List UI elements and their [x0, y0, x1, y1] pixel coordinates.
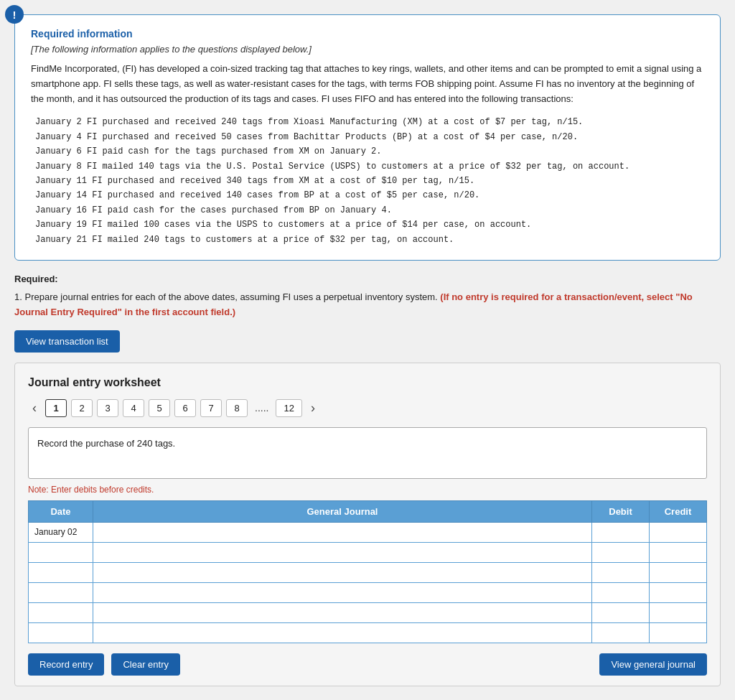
table-row [29, 582, 707, 602]
credit-input[interactable] [650, 623, 706, 643]
journal-entry-cell[interactable] [93, 562, 592, 582]
journal-date-cell [29, 562, 93, 582]
transaction-item: January 2 FI purchased and received 240 … [35, 115, 704, 129]
page-4-button[interactable]: 4 [123, 399, 144, 417]
question-body: Prepare journal entries for each of the … [24, 291, 437, 302]
required-label: Required: [14, 274, 721, 284]
pagination: ‹ 1 2 3 4 5 6 7 8 ..... 12 › [28, 399, 707, 417]
journal-date-cell [29, 542, 93, 562]
info-box: ! Required information [The following in… [14, 14, 721, 261]
debit-cell[interactable] [592, 602, 650, 622]
credit-input[interactable] [650, 563, 706, 582]
required-section: Required: 1. Prepare journal entries for… [14, 274, 721, 320]
debit-cell[interactable] [592, 582, 650, 602]
debit-cell[interactable] [592, 562, 650, 582]
debit-input[interactable] [592, 603, 649, 622]
question-number: 1. [14, 291, 22, 302]
credit-cell[interactable] [650, 602, 707, 622]
debit-input[interactable] [592, 523, 649, 542]
clear-entry-button[interactable]: Clear entry [111, 653, 180, 676]
debit-input[interactable] [592, 583, 649, 602]
page-2-button[interactable]: 2 [71, 399, 93, 417]
credit-cell[interactable] [650, 622, 707, 643]
page-12-button[interactable]: 12 [276, 399, 301, 417]
debit-input[interactable] [592, 563, 649, 582]
credit-input[interactable] [650, 543, 706, 562]
page-1-button[interactable]: 1 [45, 399, 67, 417]
journal-entry-cell[interactable] [93, 622, 592, 643]
record-entry-button[interactable]: Record entry [28, 653, 104, 676]
page-dots: ..... [252, 402, 271, 414]
debit-cell[interactable] [592, 542, 650, 562]
journal-date-cell [29, 602, 93, 622]
credit-cell[interactable] [650, 562, 707, 582]
credit-input[interactable] [650, 523, 706, 542]
table-row [29, 562, 707, 582]
credit-cell[interactable] [650, 582, 707, 602]
next-page-button[interactable]: › [306, 399, 319, 417]
transaction-item: January 6 FI paid cash for the tags purc… [35, 144, 704, 159]
worksheet-container: Journal entry worksheet ‹ 1 2 3 4 5 6 7 … [14, 363, 721, 686]
journal-table: Date General Journal Debit Credit Januar… [28, 500, 707, 643]
credit-input[interactable] [650, 603, 706, 622]
page-3-button[interactable]: 3 [97, 399, 118, 417]
credit-input[interactable] [650, 583, 706, 602]
debit-input[interactable] [592, 623, 649, 643]
col-credit-header: Credit [650, 500, 707, 522]
transaction-item: January 4 FI purchased and received 50 c… [35, 130, 704, 144]
transaction-item: January 14 FI purchased and received 140… [35, 188, 704, 202]
view-general-journal-button[interactable]: View general journal [599, 653, 707, 676]
debit-cell[interactable] [592, 522, 650, 542]
general-journal-input[interactable] [93, 563, 591, 582]
table-row [29, 622, 707, 643]
debit-cell[interactable] [592, 622, 650, 643]
instruction-box: Record the purchase of 240 tags. [28, 427, 707, 479]
prev-page-button[interactable]: ‹ [28, 399, 41, 417]
page-7-button[interactable]: 7 [200, 399, 222, 417]
journal-entry-cell[interactable] [93, 602, 592, 622]
question-text: 1. Prepare journal entries for each of t… [14, 290, 721, 320]
note-text: Note: Enter debits before credits. [28, 485, 707, 495]
transaction-item: January 19 FI mailed 100 cases via the U… [35, 218, 704, 232]
col-date-header: Date [29, 500, 93, 522]
info-icon: ! [5, 5, 24, 24]
credit-cell[interactable] [650, 522, 707, 542]
table-row [29, 602, 707, 622]
col-journal-header: General Journal [93, 500, 592, 522]
col-debit-header: Debit [592, 500, 650, 522]
transaction-item: January 11 FI purchased and received 340… [35, 174, 704, 188]
debit-input[interactable] [592, 543, 649, 562]
page-6-button[interactable]: 6 [174, 399, 196, 417]
info-subtitle: [The following information applies to th… [31, 44, 704, 55]
action-buttons-row: Record entry Clear entry View general jo… [28, 653, 707, 676]
general-journal-input[interactable] [93, 523, 591, 542]
journal-date-cell [29, 582, 93, 602]
worksheet-title: Journal entry worksheet [28, 376, 707, 389]
transaction-item: January 8 FI mailed 140 tags via the U.S… [35, 159, 704, 174]
general-journal-input[interactable] [93, 603, 591, 622]
general-journal-input[interactable] [93, 623, 591, 643]
journal-entry-cell[interactable] [93, 522, 592, 542]
page-5-button[interactable]: 5 [149, 399, 170, 417]
journal-entry-cell[interactable] [93, 542, 592, 562]
transaction-item: January 16 FI paid cash for the cases pu… [35, 203, 704, 218]
view-transaction-list-button[interactable]: View transaction list [14, 330, 120, 353]
journal-date-cell: January 02 [29, 522, 93, 542]
transactions-list: January 2 FI purchased and received 240 … [31, 115, 704, 247]
credit-cell[interactable] [650, 542, 707, 562]
transaction-item: January 21 FI mailed 240 tags to custome… [35, 233, 704, 247]
info-body: FindMe Incorporated, (FI) has developed … [31, 62, 704, 106]
general-journal-input[interactable] [93, 543, 591, 562]
info-title: Required information [31, 28, 704, 39]
journal-date-cell [29, 622, 93, 643]
journal-entry-cell[interactable] [93, 582, 592, 602]
table-row: January 02 [29, 522, 707, 542]
general-journal-input[interactable] [93, 583, 591, 602]
table-row [29, 542, 707, 562]
instruction-text: Record the purchase of 240 tags. [37, 438, 175, 449]
page-8-button[interactable]: 8 [226, 399, 248, 417]
